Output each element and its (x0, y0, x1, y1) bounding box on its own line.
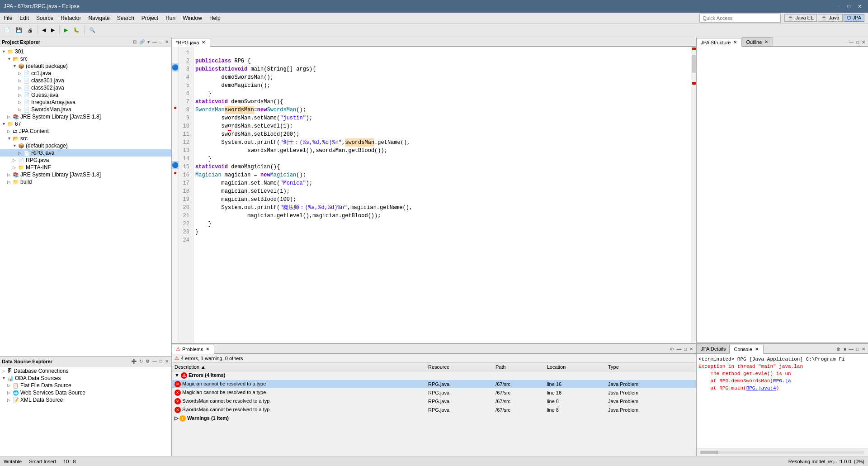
tree-item-301[interactable]: ▼ 📁 301 (0, 48, 171, 55)
expand-arrow-jre2[interactable]: ▷ (7, 172, 13, 177)
refresh-icon[interactable]: ↻ (138, 358, 144, 364)
search-toolbar-button[interactable]: 🔍 (87, 25, 98, 35)
expand-arrow-rpg[interactable]: ▷ (18, 151, 24, 155)
expand-arrow-oda[interactable]: ▼ (2, 376, 7, 380)
run-button[interactable]: ▶ (62, 25, 70, 35)
new-connection-icon[interactable]: ➕ (130, 358, 137, 364)
tree-item-class301[interactable]: ▷ 📄 class301.java (0, 77, 171, 84)
quick-access-input[interactable] (699, 14, 781, 23)
menu-edit[interactable]: Edit (16, 13, 33, 23)
col-path[interactable]: Path (493, 363, 544, 371)
tree-item-guess[interactable]: ▷ 📄 Guess.java (0, 91, 171, 99)
problems-close-icon[interactable]: ✕ (689, 346, 694, 352)
error-row-3[interactable]: ✕ SwordsMan cannot be resolved to a typ … (172, 397, 696, 406)
tree-item-flatfile[interactable]: ▷ 📋 Flat File Data Source (0, 382, 171, 389)
expand-arrow-src2[interactable]: ▼ (7, 136, 13, 141)
expand-arrow-67[interactable]: ▼ (2, 122, 7, 126)
problems-tab[interactable]: ⚠ Problems ✕ (172, 345, 214, 354)
tree-item-oda[interactable]: ▼ 📊 ODA Data Sources (0, 375, 171, 382)
menu-window[interactable]: Window (179, 13, 206, 23)
horizontal-scrollbar[interactable] (700, 451, 864, 454)
expand-arrow-meta[interactable]: ▷ (13, 165, 18, 170)
save-button[interactable]: 💾 (14, 25, 24, 35)
col-location[interactable]: Location (544, 363, 605, 371)
link-with-editor-icon[interactable]: 🔗 (138, 39, 146, 45)
rpg-link-2[interactable]: RPG.java:4 (746, 385, 776, 391)
editor-scrollbar[interactable] (691, 47, 696, 343)
console-content[interactable]: <terminated> RPG [Java Application] C:\P… (697, 354, 868, 448)
tree-item-meta-inf[interactable]: ▷ 📁 META-INF (0, 164, 171, 171)
jpa-structure-tab[interactable]: JPA Structure ✕ (697, 38, 742, 47)
expand-arrow-default1[interactable]: ▼ (13, 64, 18, 68)
console-tab[interactable]: Console ✕ (730, 345, 763, 354)
problems-maximize-icon[interactable]: □ (683, 346, 688, 352)
debug-button[interactable]: 🐛 (71, 25, 82, 35)
filter-icon[interactable]: ⚙ (145, 358, 151, 364)
expand-arrow-jpa[interactable]: ▷ (7, 129, 13, 133)
console-minimize-icon[interactable]: — (848, 346, 854, 352)
expand-arrow-class301[interactable]: ▷ (18, 78, 24, 83)
console-maximize-icon[interactable]: □ (855, 346, 860, 352)
back-button[interactable]: ◀ (40, 25, 48, 35)
tree-item-cc1[interactable]: ▷ 📄 cc1.java (0, 70, 171, 77)
expand-arrow-webservices[interactable]: ▷ (7, 390, 13, 395)
tree-item-class302[interactable]: ▷ 📄 class302.java (0, 84, 171, 91)
expand-arrow-src1[interactable]: ▼ (7, 57, 13, 61)
maximize-panel-icon[interactable]: □ (159, 39, 163, 45)
tree-item-rpg[interactable]: ▷ 📄 RPG.java (0, 149, 171, 157)
close-panel-icon[interactable]: ✕ (164, 39, 170, 45)
menu-refactor[interactable]: Refactor (57, 13, 85, 23)
tree-item-swordsman1[interactable]: ▷ 📄 SwordsMan.java (0, 106, 171, 113)
problems-minimize-icon[interactable]: — (676, 346, 682, 352)
minimize-button[interactable]: — (832, 3, 843, 10)
expand-arrow-cc1[interactable]: ▷ (18, 71, 24, 76)
warnings-group-expand[interactable]: ▷ (175, 415, 178, 421)
tree-item-default2[interactable]: ▼ 📦 (default package) (0, 142, 171, 149)
expand-arrow-flatfile[interactable]: ▷ (7, 383, 13, 388)
view-menu-icon[interactable]: ▾ (146, 39, 151, 45)
editor-tab-close[interactable]: ✕ (201, 40, 206, 45)
error-row-2[interactable]: ✕ Magician cannot be resolved to a type … (172, 389, 696, 397)
jpa-maximize-icon[interactable]: □ (855, 39, 860, 45)
jpa-structure-close[interactable]: ✕ (732, 40, 738, 45)
menu-search[interactable]: Search (113, 13, 138, 23)
console-tab-close[interactable]: ✕ (754, 347, 760, 352)
expand-arrow-guess[interactable]: ▷ (18, 93, 24, 97)
outline-close[interactable]: ✕ (764, 39, 769, 44)
minimize-panel-icon[interactable]: — (151, 39, 158, 45)
menu-run[interactable]: Run (162, 13, 179, 23)
expand-arrow-301[interactable]: ▼ (2, 49, 7, 54)
window-controls[interactable]: — □ ✕ (832, 3, 864, 10)
tree-item-src2[interactable]: ▼ 📂 src (0, 135, 171, 142)
close-button[interactable]: ✕ (855, 3, 864, 10)
tree-item-irregular[interactable]: ▷ 📄 IrregularArray.java (0, 99, 171, 106)
menu-source[interactable]: Source (33, 13, 57, 23)
jpa-minimize-icon[interactable]: — (848, 39, 854, 45)
tree-item-db-connections[interactable]: ▷ 🗄 Database Connections (0, 367, 171, 375)
expand-arrow-class302[interactable]: ▷ (18, 86, 24, 90)
outline-tab[interactable]: Outline ✕ (742, 37, 773, 46)
maximize-button[interactable]: □ (844, 3, 853, 10)
editor-tab-rpg[interactable]: *RPG.java ✕ (172, 38, 210, 47)
perspective-java[interactable]: ☕ Java (818, 14, 842, 22)
col-resource[interactable]: Resource (425, 363, 493, 371)
menu-file[interactable]: File (0, 13, 16, 23)
error-row-4[interactable]: ✕ SwordsMan cannot be resolved to a typ … (172, 406, 696, 414)
tree-item-build[interactable]: ▷ 📁 build (0, 178, 171, 185)
h-scroll-thumb[interactable] (700, 451, 718, 454)
minimize-ds-icon[interactable]: — (151, 358, 158, 364)
menu-project[interactable]: Project (138, 13, 162, 23)
expand-arrow-jre1[interactable]: ▷ (7, 114, 13, 119)
problems-tab-close[interactable]: ✕ (205, 347, 210, 352)
tree-item-rpg2[interactable]: ▷ 📄 RPG.java (0, 157, 171, 164)
tree-item-jre1[interactable]: ▷ 📚 JRE System Library [JavaSE-1.8] (0, 113, 171, 120)
expand-arrow-irregular[interactable]: ▷ (18, 100, 24, 105)
forward-button[interactable]: ▶ (49, 25, 57, 35)
jpa-close-icon[interactable]: ✕ (861, 39, 866, 45)
tree-item-jre2[interactable]: ▷ 📚 JRE System Library [JavaSE-1.8] (0, 171, 171, 178)
expand-arrow-xml[interactable]: ▷ (7, 398, 13, 402)
new-button[interactable]: 📄 (2, 25, 13, 35)
console-clear-icon[interactable]: 🗑 (835, 346, 842, 352)
print-button[interactable]: 🖨 (25, 25, 35, 35)
collapse-all-icon[interactable]: ⊟ (132, 39, 137, 45)
